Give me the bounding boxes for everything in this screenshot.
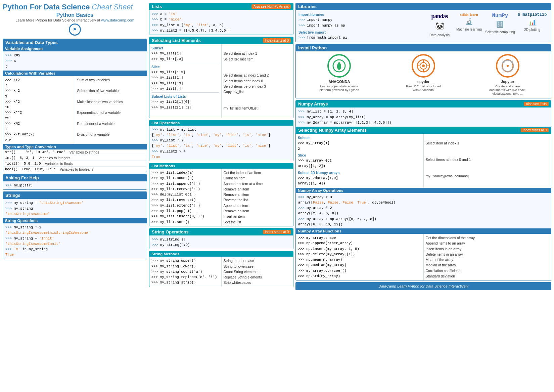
numpy-arrays-section: Numpy Arrays Also see Lists >>> my_list … — [295, 100, 551, 280]
lists-code: >>> a = 'is' >>> b = 'nice' >>> my_list … — [149, 10, 293, 35]
numpy-arrays-code: >>> my_list = [1, 2, 3, 4] >>> my_array … — [296, 107, 551, 127]
string-methods-code: >>> my_string.upper() >>> my_string.lowe… — [149, 257, 222, 287]
badge-circle: ⚑ — [69, 24, 81, 36]
index-starts-badge2: Index starts at 0 — [263, 230, 291, 234]
svg-point-12 — [503, 61, 505, 63]
index-starts-badge3: Index starts at 0 — [521, 128, 549, 132]
strings-header: Strings — [3, 192, 147, 199]
selecting-numpy-code: Subset >>> my_array[1] 2 Slice >>> my_ar… — [296, 134, 424, 187]
selecting-list-descriptions: Select item at index 1 Select 3rd last i… — [222, 44, 293, 118]
libraries-code-area: Import libraries >>> import numpy >>> im… — [296, 10, 551, 42]
svg-point-3 — [422, 64, 425, 67]
string-methods-header: String Methods — [149, 251, 293, 257]
string-ops-header: String Operations — [3, 218, 147, 223]
install-icons-area: ANACONDA Leading open data science platf… — [296, 51, 551, 98]
selecting-list-header: Selecting List Elements Index starts at … — [149, 37, 293, 44]
table-row: bool() True, True, True Variables to boo… — [3, 167, 147, 172]
page-title: Python For Data Science Cheat Sheet — [3, 3, 147, 11]
lists-header: Lists Also see NumPy Arrays — [149, 3, 293, 10]
strings-code: >>> my_string = 'thisStringIsAwesome' >>… — [3, 199, 147, 218]
libraries-content: Import libraries >>> import numpy >>> im… — [296, 10, 551, 42]
string-ops2-section: String Operations Index starts at 0 >>> … — [149, 228, 293, 250]
asking-help-section: Asking For Help >>> help(str) — [3, 174, 147, 190]
variables-data-types-section: Variables and Data Types Variable Assign… — [3, 39, 147, 172]
list-ops-header: List Operations — [149, 120, 293, 126]
selecting-numpy-descriptions: Select item at index 1 Select items at i… — [424, 134, 551, 187]
selecting-list-code: Subset >>> my_list[1] >>> my_list[-3] Sl… — [149, 44, 222, 118]
libraries-header: Libraries — [296, 3, 551, 10]
calculations-header: Calculations With Variables — [3, 71, 147, 76]
calculations-content: >>> x+2 7 >>> x-2 3 >>> x*2 10 >>> x**2 … — [3, 76, 147, 144]
also-see-lists-badge: Also see Lists — [524, 102, 549, 106]
calculations-code: >>> x+2 7 >>> x-2 3 >>> x*2 10 >>> x**2 … — [3, 76, 75, 144]
numpy-funcs-content: >>> my_array.shape >>> np.append(other_a… — [296, 234, 551, 280]
jupyter-icon — [500, 58, 515, 73]
string-ops2-code: >>> my_string[3] >>> my_string[4:9] — [149, 235, 293, 249]
selecting-list-content: Subset >>> my_list[1] >>> my_list[-3] Sl… — [149, 44, 293, 118]
string-ops2-header: String Operations Index starts at 0 — [149, 228, 293, 235]
page-header: Python For Data Science Cheat Sheet Pyth… — [3, 3, 147, 36]
install-python-section: Install Python ANACONDA Leading open dat… — [295, 44, 551, 98]
list-methods-content: >>> my_list.index(a) >>> my_list.count(a… — [149, 169, 293, 226]
also-see-numpy-badge: Also see NumPy Arrays — [251, 4, 291, 9]
footer-brand: DataCamp — [378, 284, 396, 288]
table-row: int() 5, 3, 1 Variables to integers — [3, 155, 147, 161]
string-methods-content: >>> my_string.upper() >>> my_string.lowe… — [149, 257, 293, 287]
list-methods-descriptions: Get the index of an item Count an item A… — [222, 169, 293, 226]
sklearn-logo: scikit-learn 🔬 Machine learning — [456, 12, 482, 32]
asking-help-header: Asking For Help — [3, 174, 147, 181]
selecting-numpy-content: Subset >>> my_array[1] 2 Slice >>> my_ar… — [296, 134, 551, 187]
numpy-funcs-code: >>> my_array.shape >>> np.append(other_a… — [296, 234, 424, 280]
asking-help-code: >>> help(str) — [3, 181, 147, 189]
learn-more-text: Learn More Python for Data Science Inter… — [3, 18, 147, 22]
list-ops-section: List Operations >>> my_list + my_list ['… — [149, 120, 293, 162]
footer-tagline: Learn Python for Data Science Interactiv… — [397, 284, 468, 288]
jupyter-item: Jupyter Create and share documents with … — [488, 54, 528, 95]
string-methods-descriptions: String to uppercase String to lowercase … — [222, 257, 293, 287]
string-ops-code: >>> my_string * 2 'thisStringIsAwesometh… — [3, 223, 147, 259]
types-table: str() '5', '3.45', 'True' Variables to s… — [3, 149, 147, 172]
types-header: Types and Type Conversion — [3, 144, 147, 149]
page-subtitle: Python Basics — [3, 12, 147, 18]
list-methods-header: List Methods — [149, 163, 293, 169]
table-row: str() '5', '3.45', 'True' Variables to s… — [3, 149, 147, 155]
lists-section: Lists Also see NumPy Arrays >>> a = 'is'… — [149, 3, 293, 35]
variable-assignment-header: Variable Assignment — [3, 46, 147, 51]
strings-section: Strings >>> my_string = 'thisStringIsAwe… — [3, 191, 147, 259]
list-methods-code: >>> my_list.index(a) >>> my_list.count(a… — [149, 169, 222, 226]
datacamp-link[interactable]: www.datacamp.com — [101, 18, 134, 22]
variables-section-header: Variables and Data Types — [3, 39, 147, 46]
svg-point-13 — [511, 61, 513, 63]
list-ops-code: >>> my_list + my_list ['my', 'list', 'is… — [149, 126, 293, 161]
matplotlib-logo: & matplotlib 📊 2D plotting — [518, 12, 547, 33]
table-row: float() 5.0, 1.0 Variables to floats — [3, 161, 147, 167]
numpy-ops-header: Numpy Array Operations — [296, 188, 551, 193]
install-python-header: Install Python — [296, 44, 551, 51]
lib-logos-area: pandas 🐼 Data analysis scikit-learn 🔬 Ma… — [423, 10, 551, 42]
selecting-numpy-header: Selecting Numpy Array Elements Index sta… — [296, 127, 551, 134]
numpy-ops-code: >>> my_array > 3 array([False, False, Fa… — [296, 193, 551, 229]
selecting-list-section: Selecting List Elements Index starts at … — [149, 37, 293, 118]
svg-point-11 — [507, 65, 509, 67]
datacamp-badge: ⚑ — [3, 24, 147, 36]
variable-assignment-code: >>> x=5 >>> x 5 — [3, 51, 147, 71]
spyder-icon — [416, 58, 431, 73]
spyder-item: spyder Free IDE that is included with An… — [403, 54, 444, 95]
numpy-funcs-descriptions: Get the dimensions of the array Append i… — [424, 234, 551, 280]
numpy-logo: NumPy 🔢 Scientific computing — [485, 12, 515, 35]
anaconda-item: ANACONDA Leading open data science platf… — [319, 54, 359, 95]
numpy-arrays-header: Numpy Arrays Also see Lists — [296, 100, 551, 107]
calculations-descriptions: Sum of two variables Subtraction of two … — [75, 76, 147, 144]
string-methods-section: String Methods >>> my_string.upper() >>>… — [149, 251, 293, 287]
pandas-logo: pandas 🐼 Data analysis — [426, 12, 453, 38]
index-starts-badge: Index starts at 0 — [263, 38, 291, 43]
libraries-section: Libraries Import libraries >>> import nu… — [295, 3, 551, 42]
libraries-code: Import libraries >>> import numpy >>> im… — [296, 10, 423, 42]
anaconda-icon — [332, 59, 346, 73]
numpy-funcs-header: Numpy Array Functions — [296, 228, 551, 234]
list-methods-section: List Methods >>> my_list.index(a) >>> my… — [149, 163, 293, 226]
footer: DataCamp Learn Python for Data Science I… — [295, 282, 551, 290]
